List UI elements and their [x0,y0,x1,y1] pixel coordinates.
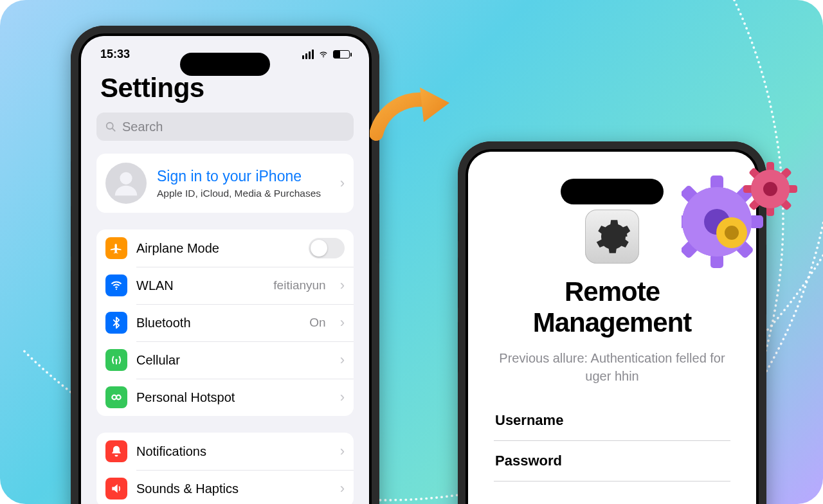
dynamic-island [180,53,270,76]
row-label: Sounds & Haptics [136,482,239,496]
row-value: feitianyun [273,278,325,292]
chevron-right-icon: › [340,314,345,331]
chevron-right-icon: › [340,389,345,406]
chevron-right-icon: › [340,175,345,192]
row-label: WLAN [136,278,174,293]
airplane-icon [105,237,127,259]
row-notifications[interactable]: Notifications › [96,433,354,470]
arrow-icon [370,84,453,148]
svg-rect-24 [766,206,774,216]
signin-title: Sign in to your iPhone [157,168,321,185]
airplane-toggle[interactable] [309,238,345,258]
password-field[interactable]: Password [494,441,730,482]
bell-icon [105,440,127,462]
chevron-right-icon: › [340,277,345,294]
cellular-signal-icon [302,50,314,59]
row-personal-hotspot[interactable]: Personal Hotspot › [96,379,354,416]
search-icon [104,120,117,133]
settings-group-connectivity: Airplane Mode WLAN feitianyun › Bluetoot… [96,230,354,416]
username-field[interactable]: Username [494,401,730,441]
hotspot-icon [105,386,127,408]
row-label: Notifications [136,444,206,459]
person-icon [111,168,141,198]
battery-icon [333,50,350,59]
svg-rect-27 [779,167,792,180]
row-label: Airplane Mode [136,241,219,256]
row-value: On [309,316,325,330]
svg-point-4 [116,289,117,290]
phone-settings-mockup: 15:33 Settings Search Sign in to your iP… [71,26,379,504]
remote-management-title: RemoteManagement [468,276,756,339]
row-label: Bluetooth [136,316,191,330]
row-label: Personal Hotspot [136,390,235,405]
row-wlan[interactable]: WLAN feitianyun › [96,267,354,304]
row-label: Cellular [136,353,180,368]
row-airplane-mode[interactable]: Airplane Mode [96,230,354,267]
signin-card[interactable]: Sign in to your iPhone Apple ID, iCloud,… [96,154,354,213]
cellular-icon [105,349,127,371]
promo-canvas: 15:33 Settings Search Sign in to your iP… [0,0,823,504]
gear-icon [593,217,631,256]
settings-group-alerts: Notifications › Sounds & Haptics › [96,433,354,504]
bluetooth-icon [105,312,127,334]
remote-management-subtitle: Previous allure: Authentication felled f… [468,339,756,401]
wifi-icon [105,274,127,296]
avatar [105,163,147,204]
chevron-right-icon: › [340,443,345,460]
search-placeholder: Search [122,120,163,134]
svg-point-8 [116,395,121,400]
wifi-icon [318,50,329,59]
row-cellular[interactable]: Cellular › [96,341,354,379]
settings-app-icon [585,210,639,264]
signin-subtitle: Apple ID, iCloud, Media & Purchases [157,188,321,199]
status-time: 15:33 [100,48,130,61]
chevron-right-icon: › [340,352,345,368]
svg-rect-23 [766,162,774,172]
svg-rect-30 [779,198,792,211]
chevron-right-icon: › [340,480,345,497]
row-sounds-haptics[interactable]: Sounds & Haptics › [96,470,354,504]
svg-point-1 [107,123,113,129]
svg-line-2 [113,129,115,131]
search-input[interactable]: Search [96,113,354,141]
svg-rect-26 [787,185,797,193]
row-bluetooth[interactable]: Bluetooth On › [96,304,354,341]
svg-point-0 [323,57,323,57]
phone-remote-management-mockup: RemoteManagement Previous allure: Authen… [458,141,766,504]
dynamic-island [561,179,664,204]
svg-point-3 [120,172,132,184]
speaker-icon [105,478,127,500]
